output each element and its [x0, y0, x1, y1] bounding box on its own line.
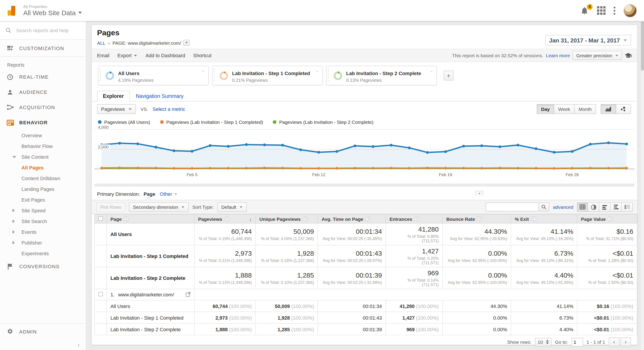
help-icon[interactable]: ? [608, 216, 613, 221]
column-header-avg-time-on-page[interactable]: Avg. Time on Page? [318, 214, 386, 223]
pivot-view-button[interactable] [622, 202, 633, 212]
sidebar-search[interactable] [0, 21, 86, 40]
column-header-page[interactable]: Page? [107, 214, 194, 223]
tab-explorer[interactable]: Explorer [97, 91, 130, 101]
percentage-view-button[interactable] [588, 202, 599, 212]
sidebar-item-exit-pages[interactable]: Exit Pages [0, 194, 86, 205]
account-switcher[interactable]: All Web Site Data [23, 9, 82, 16]
column-header-bounce-rate[interactable]: Bounce Rate? [442, 214, 511, 223]
granularity-month-button[interactable]: Month [575, 104, 596, 114]
help-icon[interactable]: ? [124, 216, 129, 221]
column-header-page-value[interactable]: Page Value? [577, 214, 637, 223]
secondary-dimension-dropdown[interactable]: Secondary dimension [129, 202, 189, 212]
sidebar-item-behavior[interactable]: BEHAVIOR [0, 115, 86, 130]
window-scrollbar[interactable] [640, 0, 644, 350]
learn-more-link[interactable]: Learn more [546, 53, 570, 58]
table-search-button[interactable] [539, 203, 550, 211]
user-avatar[interactable] [624, 4, 637, 17]
sidebar-item-real-time[interactable]: REAL-TIME [0, 69, 86, 84]
sort-type-dropdown[interactable]: Default [217, 202, 247, 212]
prev-page-button[interactable]: ‹ [609, 338, 620, 347]
column-header-pageviews[interactable]: Pageviews?↓ [194, 214, 256, 223]
line-chart-view-button[interactable] [600, 104, 616, 114]
select-all-checkbox[interactable] [98, 216, 103, 221]
sidebar-item-customization[interactable]: CUSTOMIZATION [0, 40, 86, 57]
chevron-down-icon[interactable]: ⌄ [430, 68, 433, 73]
segment-card-2[interactable]: Lab Invitation - Step 1 Completed0.21% P… [212, 66, 323, 85]
select-a-metric-link[interactable]: Select a metric [152, 106, 185, 112]
sidebar-item-landing-pages[interactable]: Landing Pages [0, 184, 86, 194]
add-to-dashboard-button[interactable]: Add to Dashboard [146, 53, 185, 58]
add-segment-button[interactable]: + [444, 71, 454, 80]
page-url[interactable]: www.digitalmarketer.com/ [118, 292, 174, 297]
help-icon[interactable]: ? [477, 216, 482, 221]
comparison-view-button[interactable] [610, 202, 622, 212]
sidebar-item-acquisition[interactable]: ACQUISITION [0, 100, 86, 115]
go-to-page-input[interactable] [571, 338, 583, 346]
shortcut-button[interactable]: Shortcut [193, 53, 212, 58]
row-checkbox[interactable] [98, 292, 103, 296]
x-axis-tick-label: Feb 19 [436, 172, 454, 177]
breadcrumb-dropdown-button[interactable] [183, 40, 190, 46]
advanced-search-link[interactable]: advanced [553, 204, 573, 210]
help-icon[interactable]: ? [531, 216, 536, 221]
granularity-day-button[interactable]: Day [537, 104, 554, 114]
search-input[interactable] [16, 27, 74, 33]
help-icon[interactable]: ? [414, 216, 420, 221]
sidebar-item-publisher[interactable]: Publisher [0, 237, 86, 248]
plot-rows-button[interactable]: Plot Rows [96, 202, 126, 212]
sidebar-item-audience[interactable]: AUDIENCE [0, 84, 86, 100]
sidebar-item-conversions[interactable]: CONVERSIONS [0, 259, 86, 274]
segment-card-1[interactable]: All Users4.19% Pageviews⌄ [98, 66, 209, 85]
primary-dimension-page[interactable]: Page [144, 191, 156, 197]
sidebar-item-site-content[interactable]: Site Content [0, 152, 86, 162]
breadcrumb-all-link[interactable]: ALL [97, 40, 105, 45]
report-tabs: Explorer Navigation Summary [92, 90, 637, 101]
metric-dropdown[interactable]: Pageviews [97, 104, 136, 114]
data-view-button[interactable] [577, 202, 588, 212]
report-table: Page?Pageviews?↓Unique Pageviews?Avg. Ti… [94, 214, 637, 335]
export-button[interactable]: Export [118, 53, 138, 58]
annotations-expander[interactable] [476, 191, 483, 196]
drag-handle[interactable] [214, 69, 216, 82]
sidebar-item-all-pages[interactable]: All Pages [0, 162, 86, 173]
drag-handle[interactable] [100, 69, 102, 82]
precision-selector[interactable]: Greater precision [573, 51, 622, 60]
date-range-text: Jan 31, 2017 - Mar 1, 2017 [549, 37, 620, 43]
primary-dimension-other[interactable]: Other [160, 191, 178, 197]
sidebar-item-experiments[interactable]: Experiments [0, 248, 86, 259]
open-page-icon[interactable] [186, 292, 190, 298]
next-page-button[interactable]: › [620, 338, 631, 347]
sidebar-collapse-button[interactable]: ‹ [0, 339, 86, 350]
sidebar-item-site-speed[interactable]: Site Speed [0, 205, 86, 216]
column-header--exit[interactable]: % Exit? [511, 214, 577, 223]
help-icon[interactable]: ? [303, 216, 308, 221]
granularity-week-button[interactable]: Week [554, 104, 574, 114]
help-icon[interactable]: ? [366, 216, 370, 221]
sidebar-item-events[interactable]: Events [0, 227, 86, 237]
apps-grid-button[interactable] [597, 6, 606, 15]
sidebar-item-content-drilldown[interactable]: Content Drilldown [0, 173, 86, 184]
column-header-unique-pageviews[interactable]: Unique Pageviews? [256, 214, 318, 223]
sidebar-item-admin[interactable]: ADMIN [0, 323, 86, 339]
chevron-down-icon[interactable]: ⌄ [202, 68, 205, 73]
segment-card-3[interactable]: Lab Invitation - Step 2 Complete0.13% Pa… [326, 66, 437, 85]
motion-chart-view-button[interactable] [616, 104, 631, 114]
sidebar-item-overview[interactable]: Overview [0, 130, 86, 141]
show-rows-select[interactable]: 10 [535, 338, 552, 346]
tab-navigation-summary[interactable]: Navigation Summary [130, 91, 190, 101]
performance-view-button[interactable] [599, 202, 610, 212]
date-range-selector[interactable]: Jan 31, 2017 - Mar 1, 2017 [545, 35, 631, 46]
chart-scrollbar[interactable] [94, 184, 634, 186]
table-search-input[interactable] [486, 203, 539, 211]
sidebar-item-site-search[interactable]: Site Search [0, 216, 86, 227]
help-icon[interactable]: ? [224, 216, 229, 221]
notifications-button[interactable]: 4 [580, 6, 589, 15]
email-button[interactable]: Email [97, 53, 109, 58]
sidebar-item-label: Exit Pages [22, 197, 45, 203]
chevron-down-icon[interactable]: ⌄ [316, 68, 319, 73]
more-menu-button[interactable] [614, 6, 616, 14]
drag-handle[interactable] [328, 69, 330, 82]
sidebar-item-behavior-flow[interactable]: Behavior Flow [0, 141, 86, 152]
column-header-entrances[interactable]: Entrances? [386, 214, 442, 223]
